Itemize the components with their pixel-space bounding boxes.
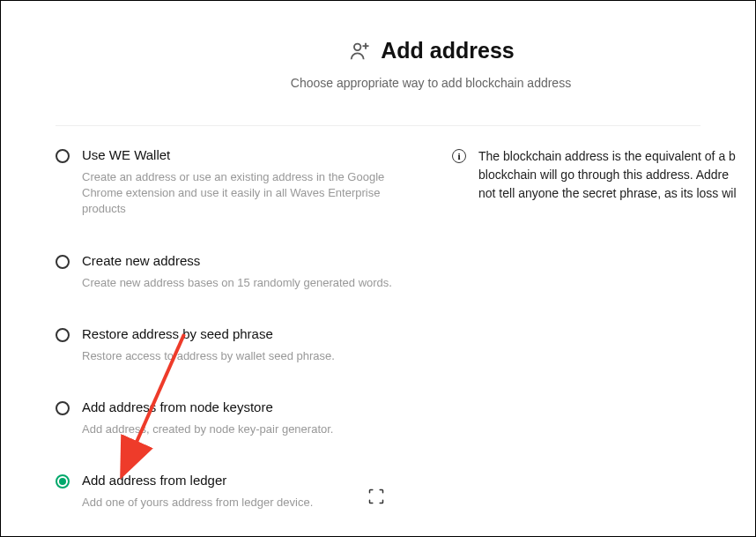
radio-unchecked-icon [56,255,70,269]
option-label: Add address from node keystore [82,399,408,414]
option-desc: Create new address bases on 15 randomly … [82,275,408,291]
info-icon: i [452,149,466,163]
option-desc: Restore access to address by wallet seed… [82,348,408,364]
option-desc: Add address, created by node key-pair ge… [82,421,408,437]
radio-checked-icon [56,474,70,489]
option-label: Add address from ledger [82,473,408,488]
option-label: Use WE Wallet [82,147,408,162]
radio-unchecked-icon [56,149,70,163]
person-plus-icon [347,39,372,63]
info-column: i The blockchain address is the equivale… [452,142,755,537]
option-from-node-keystore[interactable]: Add address from node keystore Add addre… [56,399,408,437]
option-restore-by-seed[interactable]: Restore address by seed phrase Restore a… [56,326,408,364]
info-line: blockchain will go through this address.… [478,166,737,184]
option-create-new-address[interactable]: Create new address Create new address ba… [56,253,408,291]
option-label: Restore address by seed phrase [82,326,408,341]
info-line: The blockchain address is the equivalent… [478,147,737,166]
option-text: Add address from ledger Add one of yours… [82,473,408,511]
page-title: Add address [381,38,514,63]
info-line: not tell anyone the secret phrase, as it… [478,184,737,203]
svg-point-0 [354,43,360,49]
option-text: Add address from node keystore Add addre… [82,399,408,437]
header-title-row: Add address [107,38,755,63]
options-column: Use WE Wallet Create an address or use a… [56,142,408,537]
info-text: The blockchain address is the equivalent… [478,147,737,203]
page-header: Add address Choose appropriate way to ad… [1,1,755,108]
page-subtitle: Choose appropriate way to add blockchain… [107,76,755,90]
content-area: Use WE Wallet Create an address or use a… [1,126,755,537]
option-text: Create new address Create new address ba… [82,253,408,291]
option-text: Use WE Wallet Create an address or use a… [82,147,408,218]
radio-unchecked-icon [56,328,70,342]
option-use-we-wallet[interactable]: Use WE Wallet Create an address or use a… [56,147,408,218]
option-desc: Create an address or use an existing add… [82,169,408,218]
option-from-ledger[interactable]: Add address from ledger Add one of yours… [56,473,408,511]
option-text: Restore address by seed phrase Restore a… [82,326,408,364]
radio-unchecked-icon [56,401,70,415]
option-label: Create new address [82,253,408,268]
option-desc: Add one of yours address from ledger dev… [82,495,408,511]
scan-qr-icon[interactable] [367,488,385,505]
